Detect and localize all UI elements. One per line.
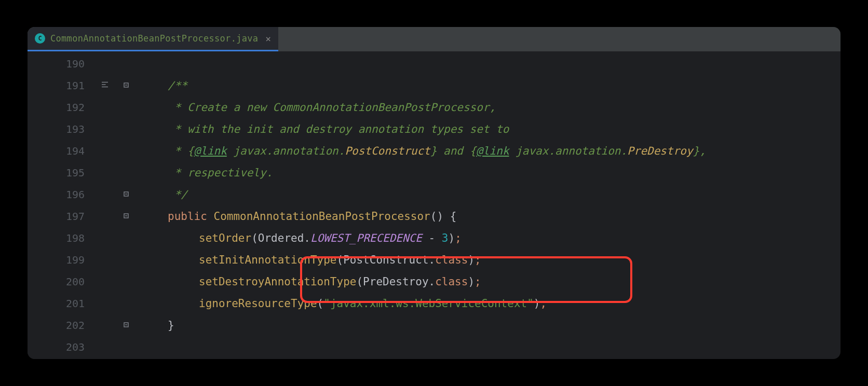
line-number: 202 (53, 319, 85, 332)
gutter-row: 191 (28, 75, 137, 96)
code-line: * respectively. (137, 162, 840, 184)
line-number: 194 (53, 145, 85, 157)
line-number: 198 (53, 232, 85, 244)
gutter-row: 193 (28, 118, 137, 140)
gutter-row: 196 (28, 184, 137, 205)
editor-body: 190 191 192 193 (28, 51, 840, 359)
code-line (137, 53, 840, 75)
fold-close-icon[interactable] (123, 321, 129, 329)
code-line: public CommonAnnotationBeanPostProcessor… (137, 205, 840, 227)
gutter-row: 194 (28, 140, 137, 162)
code-line: } (137, 314, 840, 336)
java-class-icon: C (35, 33, 45, 44)
line-number: 196 (53, 188, 85, 201)
file-tab[interactable]: C CommonAnnotationBeanPostProcessor.java… (28, 27, 278, 51)
gutter-row: 192 (28, 96, 137, 118)
gutter-row: 197 (28, 205, 137, 227)
line-number: 201 (53, 297, 85, 310)
code-line: */ (137, 184, 840, 205)
paragraph-icon[interactable] (100, 80, 110, 91)
fold-open-icon[interactable] (123, 212, 129, 220)
tab-label: CommonAnnotationBeanPostProcessor.java (50, 33, 258, 44)
line-number: 195 (53, 167, 85, 179)
line-number: 203 (53, 341, 85, 353)
editor-window: C CommonAnnotationBeanPostProcessor.java… (28, 27, 840, 359)
code-line: * with the init and destroy annotation t… (137, 118, 840, 140)
code-area[interactable]: /** * Create a new CommonAnnotationBeanP… (137, 51, 840, 359)
code-line: * Create a new CommonAnnotationBeanPostP… (137, 96, 840, 118)
line-number: 197 (53, 210, 85, 223)
gutter-row: 200 (28, 271, 137, 293)
line-number: 200 (53, 275, 85, 288)
gutter: 190 191 192 193 (28, 51, 137, 359)
line-number: 191 (53, 79, 85, 92)
gutter-row: 199 (28, 249, 137, 271)
gutter-row: 203 (28, 336, 137, 358)
code-line: ignoreResourceType("javax.xml.ws.WebServ… (137, 293, 840, 314)
line-number: 192 (53, 101, 85, 114)
line-number: 190 (53, 58, 85, 70)
gutter-row: 202 (28, 314, 137, 336)
code-line: * {@link javax.annotation.PostConstruct}… (137, 140, 840, 162)
tab-bar: C CommonAnnotationBeanPostProcessor.java… (28, 27, 840, 51)
gutter-row: 190 (28, 53, 137, 75)
code-line: setOrder(Ordered.LOWEST_PRECEDENCE - 3); (137, 227, 840, 249)
code-line: setInitAnnotationType(PostConstruct.clas… (137, 249, 840, 271)
code-line (137, 336, 840, 358)
gutter-row: 201 (28, 293, 137, 314)
gutter-row: 198 (28, 227, 137, 249)
line-number: 199 (53, 254, 85, 266)
line-number: 193 (53, 123, 85, 135)
code-line: setDestroyAnnotationType(PreDestroy.clas… (137, 271, 840, 293)
fold-open-icon[interactable] (123, 81, 129, 90)
fold-close-icon[interactable] (123, 190, 129, 199)
gutter-row: 195 (28, 162, 137, 184)
close-tab-icon[interactable]: × (265, 33, 271, 44)
code-line: /** (137, 75, 840, 96)
